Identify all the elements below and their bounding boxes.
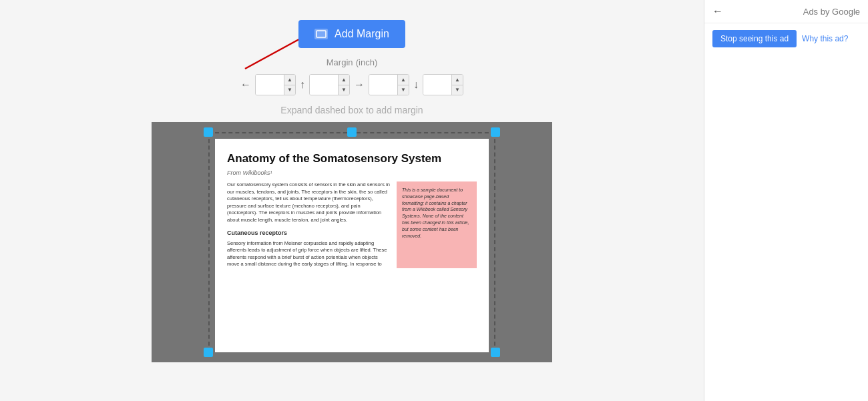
- page-content: Anatomy of the Somatosensory System From…: [215, 139, 489, 352]
- handle-bottom-left[interactable]: [204, 348, 213, 357]
- ads-header: ← Ads by Google: [704, 0, 868, 23]
- doc-body-text: Our somatosensory system consists of sen…: [227, 181, 390, 223]
- ads-by-google-label: Ads by Google: [728, 7, 860, 17]
- doc-section-title: Cutaneous receptors: [227, 229, 390, 238]
- doc-title: Anatomy of the Somatosensory System: [227, 152, 477, 165]
- left-spin-up[interactable]: ▲: [284, 75, 295, 85]
- top-spin-up[interactable]: ▲: [339, 75, 349, 85]
- top-spin-down[interactable]: ▼: [339, 85, 349, 95]
- right-spin-buttons: ▲ ▼: [397, 75, 409, 95]
- canvas-area: Anatomy of the Somatosensory System From…: [152, 122, 552, 362]
- margin-label: Margin (inch): [327, 56, 377, 67]
- bottom-margin-input[interactable]: 0: [423, 75, 451, 95]
- doc-sidebar-text: This is a sample document to showcase pa…: [402, 187, 469, 238]
- margin-inputs-row: ← 0.5 ▲ ▼ ↑ 1 ▲ ▼ → 0.8: [240, 74, 463, 95]
- doc-section-body: Sensory information from Meisner corpusc…: [227, 240, 387, 268]
- doc-text-column: Our somatosensory system consists of sen…: [227, 181, 390, 268]
- top-spin-buttons: ▲ ▼: [338, 75, 349, 95]
- add-margin-label: Add Margin: [335, 28, 389, 40]
- left-spin-down[interactable]: ▼: [284, 85, 295, 95]
- margin-section: Margin (inch) ← 0.5 ▲ ▼ ↑ 1 ▲ ▼: [240, 56, 463, 115]
- left-arrow-icon: ←: [240, 79, 251, 91]
- right-spin-up[interactable]: ▲: [398, 75, 409, 85]
- handle-top-center[interactable]: [347, 127, 357, 137]
- main-area: Add Margin Margin (inch) ← 0.5 ▲ ▼ ↑ 1 ▲: [0, 0, 704, 401]
- doc-subtitle: From Wikibooks¹: [227, 169, 477, 176]
- left-spin-buttons: ▲ ▼: [284, 75, 295, 95]
- stop-seeing-button[interactable]: Stop seeing this ad: [712, 30, 797, 47]
- expand-hint: Expand dashed box to add margin: [280, 105, 423, 115]
- down-arrow-icon: ↓: [413, 79, 419, 91]
- up-arrow-icon: ↑: [300, 79, 305, 91]
- why-this-ad-link[interactable]: Why this ad?: [802, 34, 848, 43]
- doc-sidebar-callout: This is a sample document to showcase pa…: [397, 181, 477, 268]
- left-margin-input-group[interactable]: 0.5 ▲ ▼: [255, 74, 296, 95]
- right-margin-input-group[interactable]: 0.8 ▲ ▼: [369, 74, 409, 95]
- bottom-spin-down[interactable]: ▼: [452, 85, 463, 95]
- doc-body: Our somatosensory system consists of sen…: [227, 181, 477, 268]
- bottom-spin-up[interactable]: ▲: [452, 75, 463, 85]
- margin-icon: [314, 29, 328, 39]
- margin-unit: (inch): [356, 57, 378, 67]
- bottom-spin-buttons: ▲ ▼: [451, 75, 463, 95]
- top-margin-input-group[interactable]: 1 ▲ ▼: [309, 74, 350, 95]
- page-wrapper: Anatomy of the Somatosensory System From…: [208, 132, 495, 352]
- handle-top-left[interactable]: [204, 127, 213, 137]
- right-arrow-icon: →: [354, 79, 365, 91]
- top-margin-input[interactable]: 1: [310, 75, 338, 95]
- left-margin-input[interactable]: 0.5: [256, 75, 284, 95]
- right-sidebar: ← Ads by Google Stop seeing this ad Why …: [704, 0, 868, 401]
- ads-actions: Stop seeing this ad Why this ad?: [704, 23, 868, 54]
- handle-bottom-right[interactable]: [491, 348, 500, 357]
- right-margin-input[interactable]: 0.8: [369, 75, 397, 95]
- back-icon[interactable]: ←: [712, 5, 723, 17]
- add-margin-button[interactable]: Add Margin: [298, 20, 405, 48]
- right-spin-down[interactable]: ▼: [398, 85, 409, 95]
- handle-top-right[interactable]: [491, 127, 500, 137]
- bottom-margin-input-group[interactable]: 0 ▲ ▼: [423, 74, 463, 95]
